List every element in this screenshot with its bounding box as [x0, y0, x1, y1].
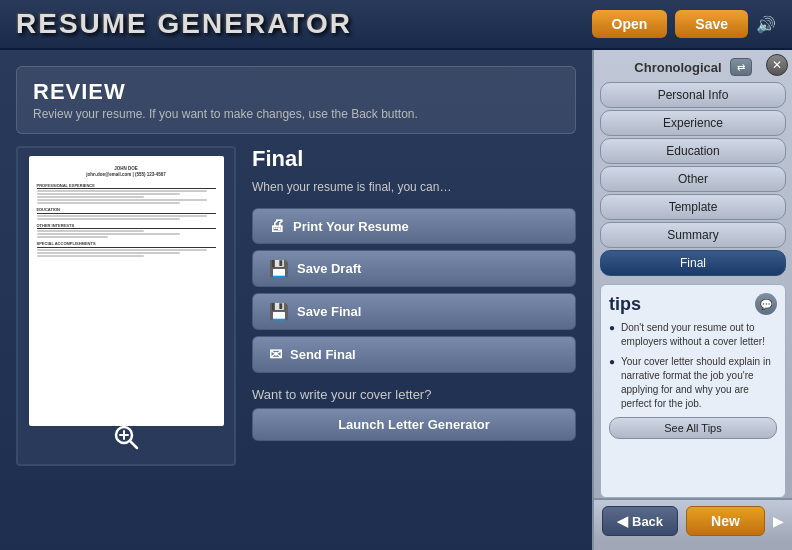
review-title: REVIEW	[33, 79, 559, 105]
tip-item-1: ● Don't send your resume out to employer…	[609, 321, 777, 349]
cover-letter-section: Want to write your cover letter? Launch …	[252, 387, 576, 441]
doc-line	[37, 233, 180, 235]
print-label: Print Your Resume	[293, 219, 409, 234]
zoom-icon[interactable]	[112, 423, 140, 456]
sidebar-item-experience[interactable]: Experience	[600, 110, 786, 136]
tip-text-2: Your cover letter should explain in narr…	[621, 355, 777, 411]
tip-bullet: ●	[609, 321, 617, 349]
back-arrow-icon: ◀	[617, 513, 628, 529]
preview-actions-row: JOHN DOE john.doe@email.com | (555) 123-…	[16, 146, 576, 466]
tip-bullet: ●	[609, 355, 617, 411]
doc-section-education: EDUCATION	[37, 207, 216, 214]
header-buttons: Open Save 🔊	[592, 10, 776, 38]
document-preview: JOHN DOE john.doe@email.com | (555) 123-…	[16, 146, 236, 466]
launch-letter-generator-button[interactable]: Launch Letter Generator	[252, 408, 576, 441]
app-title: RESUME GENERATOR	[16, 8, 352, 40]
sidebar-item-summary[interactable]: Summary	[600, 222, 786, 248]
review-section: REVIEW Review your resume. If you want t…	[16, 66, 576, 134]
send-final-icon: ✉	[269, 345, 282, 364]
print-icon: 🖨	[269, 217, 285, 235]
tips-content: ● Don't send your resume out to employer…	[609, 321, 777, 411]
doc-line	[37, 190, 207, 192]
send-final-label: Send Final	[290, 347, 356, 362]
doc-section-other: OTHER INTERESTS	[37, 223, 216, 230]
final-title: Final	[252, 146, 576, 172]
doc-section-professional: PROFESSIONAL EXPERIENCE	[37, 183, 216, 190]
tip-text-1: Don't send your resume out to employers …	[621, 321, 777, 349]
save-final-icon: 💾	[269, 302, 289, 321]
svg-line-1	[130, 441, 137, 448]
doc-line	[37, 255, 144, 257]
doc-line	[37, 193, 180, 195]
new-button[interactable]: New	[686, 506, 765, 536]
new-arrow-icon: ▶	[773, 513, 784, 529]
sidebar-bottom-nav: ◀ Back New ▶	[594, 498, 792, 542]
sidebar-item-template[interactable]: Template	[600, 194, 786, 220]
chrono-label: Chronological	[634, 60, 721, 75]
tip-item-2: ● Your cover letter should explain in na…	[609, 355, 777, 411]
doc-paper: JOHN DOE john.doe@email.com | (555) 123-…	[29, 156, 224, 426]
app-header: RESUME GENERATOR Open Save 🔊	[0, 0, 792, 50]
save-final-label: Save Final	[297, 304, 361, 319]
sidebar-item-final[interactable]: Final	[600, 250, 786, 276]
save-final-button[interactable]: 💾 Save Final	[252, 293, 576, 330]
right-sidebar: ✕ Chronological ⇄ Personal Info Experien…	[592, 50, 792, 550]
sidebar-item-other[interactable]: Other	[600, 166, 786, 192]
actions-panel: Final When your resume is final, you can…	[252, 146, 576, 466]
back-label: Back	[632, 514, 663, 529]
save-draft-button[interactable]: 💾 Save Draft	[252, 250, 576, 287]
content-area: REVIEW Review your resume. If you want t…	[0, 50, 592, 550]
doc-line	[37, 218, 180, 220]
tips-header: tips 💬	[609, 293, 777, 315]
back-button[interactable]: ◀ Back	[602, 506, 678, 536]
doc-line	[37, 199, 207, 201]
doc-section-accomplishments: SPECIAL ACCOMPLISHMENTS	[37, 241, 216, 248]
sidebar-item-education[interactable]: Education	[600, 138, 786, 164]
cover-letter-label: Want to write your cover letter?	[252, 387, 576, 402]
doc-line	[37, 230, 144, 232]
save-button[interactable]: Save	[675, 10, 748, 38]
tips-title: tips	[609, 294, 641, 315]
doc-line	[37, 196, 144, 198]
close-button[interactable]: ✕	[766, 54, 788, 76]
save-draft-label: Save Draft	[297, 261, 361, 276]
chrono-header: Chronological ⇄	[594, 58, 792, 76]
tips-section: tips 💬 ● Don't send your resume out to e…	[600, 284, 786, 498]
review-subtitle: Review your resume. If you want to make …	[33, 107, 559, 121]
send-final-button[interactable]: ✉ Send Final	[252, 336, 576, 373]
doc-header: JOHN DOE john.doe@email.com | (555) 123-…	[37, 166, 216, 179]
see-all-tips-button[interactable]: See All Tips	[609, 417, 777, 439]
save-draft-icon: 💾	[269, 259, 289, 278]
open-button[interactable]: Open	[592, 10, 668, 38]
doc-line	[37, 252, 180, 254]
sidebar-item-personal-info[interactable]: Personal Info	[600, 82, 786, 108]
doc-line	[37, 215, 207, 217]
print-resume-button[interactable]: 🖨 Print Your Resume	[252, 208, 576, 244]
chrono-switch-button[interactable]: ⇄	[730, 58, 752, 76]
tips-icon: 💬	[755, 293, 777, 315]
doc-line	[37, 249, 207, 251]
doc-line	[37, 202, 180, 204]
sidebar-nav: Personal Info Experience Education Other…	[594, 82, 792, 276]
doc-line	[37, 236, 109, 238]
final-subtitle: When your resume is final, you can…	[252, 180, 576, 194]
sound-icon[interactable]: 🔊	[756, 15, 776, 34]
main-container: REVIEW Review your resume. If you want t…	[0, 50, 792, 550]
